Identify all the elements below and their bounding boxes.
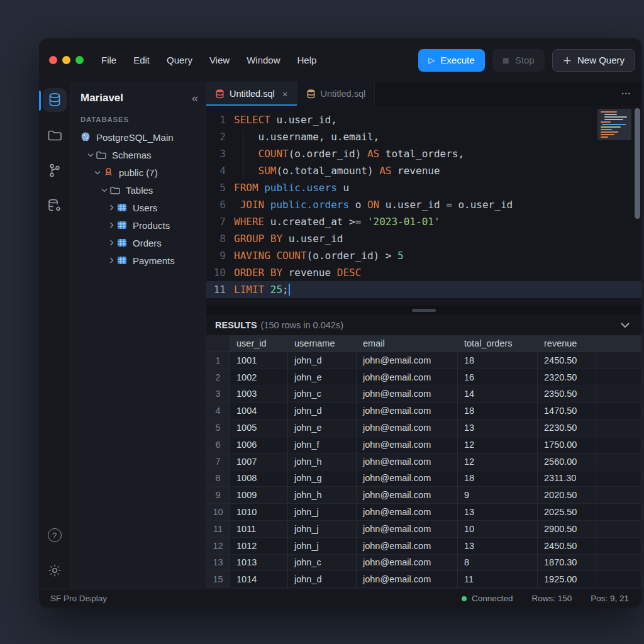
table-cell[interactable]: john_e — [288, 419, 357, 436]
table-cell[interactable]: 11 — [458, 571, 538, 588]
rail-item-files[interactable] — [43, 123, 67, 147]
table-cell[interactable]: 13 — [458, 419, 538, 436]
menu-view[interactable]: View — [209, 55, 230, 65]
table-cell[interactable]: john_d — [288, 571, 357, 588]
table-cell[interactable]: 1925.00 — [538, 571, 596, 588]
chevron-right-icon[interactable] — [107, 257, 116, 264]
close-window-button[interactable] — [49, 56, 57, 64]
table-row[interactable]: 81008john_gjohn@email.com182311.30 — [206, 470, 641, 487]
menu-window[interactable]: Window — [247, 55, 280, 65]
execute-button[interactable]: ▷ Execute — [418, 49, 484, 72]
chevron-down-icon[interactable] — [93, 170, 102, 175]
stop-button[interactable]: ■ Stop — [492, 49, 545, 72]
table-cell[interactable]: 1013 — [230, 555, 288, 572]
table-cell[interactable]: 18 — [458, 352, 538, 369]
table-cell[interactable]: john_e — [288, 369, 357, 386]
table-cell[interactable]: 14 — [458, 386, 538, 403]
code-line-1[interactable]: 1SELECT u.user_id, — [206, 111, 641, 128]
table-cell[interactable]: 1470.50 — [538, 402, 596, 419]
table-cell[interactable]: john@email.com — [357, 504, 458, 521]
table-cell[interactable]: 1001 — [230, 352, 288, 369]
table-cell[interactable]: john_d — [288, 352, 357, 369]
code-line-8[interactable]: 8GROUP BY u.user_id — [206, 230, 641, 247]
table-cell[interactable]: 1011 — [230, 521, 288, 538]
menu-help[interactable]: Help — [297, 55, 317, 65]
table-row[interactable]: 31003john_cjohn@email.com142350.50 — [206, 386, 641, 403]
code-line-2[interactable]: 2 u.username, u.email, — [206, 128, 641, 145]
table-cell[interactable]: 1004 — [230, 402, 288, 419]
table-cell[interactable]: john@email.com — [357, 386, 458, 403]
splitter-handle[interactable] — [412, 309, 436, 312]
collapse-results-icon[interactable] — [620, 322, 630, 328]
table-cell[interactable]: 12 — [458, 436, 538, 453]
table-cell[interactable]: 1012 — [230, 538, 288, 555]
table-cell[interactable]: 1002 — [230, 369, 288, 386]
table-cell[interactable]: 9 — [458, 487, 538, 504]
tree-item-users[interactable]: Users — [70, 199, 206, 216]
table-cell[interactable]: 1009 — [230, 487, 288, 504]
table-cell[interactable]: john_d — [288, 402, 357, 419]
table-cell[interactable]: 2320.50 — [538, 369, 596, 386]
table-cell[interactable]: john@email.com — [357, 402, 458, 419]
table-row[interactable]: 111011john_jjohn@email.com102900.50 — [206, 521, 641, 538]
tree-item-products[interactable]: Products — [70, 216, 206, 234]
tree-item-postgresql-main[interactable]: PostgreSQL_Main — [70, 128, 206, 146]
table-cell[interactable]: john@email.com — [357, 352, 458, 369]
code-line-10[interactable]: 10ORDER BY revenue DESC — [206, 264, 641, 281]
table-cell[interactable]: john@email.com — [357, 555, 458, 572]
table-cell[interactable]: 12 — [458, 453, 538, 470]
chevron-right-icon[interactable] — [107, 240, 116, 246]
tree-item-orders[interactable]: Orders — [70, 234, 206, 252]
table-cell[interactable]: john@email.com — [357, 521, 458, 538]
rail-item-branches[interactable] — [43, 158, 67, 182]
code-line-3[interactable]: 3 COUNT(o.order_id) AS total_orders, — [206, 145, 641, 162]
table-row[interactable]: 101010john_jjohn@email.com132025.50 — [206, 504, 641, 521]
table-cell[interactable]: 1014 — [230, 571, 288, 588]
column-header-total_orders[interactable]: total_orders — [458, 335, 538, 352]
table-cell[interactable]: 2350.50 — [538, 386, 596, 403]
table-cell[interactable]: john@email.com — [357, 470, 458, 487]
table-row[interactable]: 21002john_ejohn@email.com162320.50 — [206, 369, 641, 386]
table-cell[interactable]: john@email.com — [357, 571, 458, 588]
rail-item-db-settings[interactable] — [43, 194, 67, 218]
table-cell[interactable]: john@email.com — [357, 369, 458, 386]
table-cell[interactable]: 2311.30 — [538, 470, 596, 487]
chevron-right-icon[interactable] — [107, 222, 116, 228]
table-cell[interactable]: john@email.com — [357, 453, 458, 470]
table-row[interactable]: 151014john_djohn@email.com111925.00 — [206, 571, 641, 588]
table-cell[interactable]: 2020.50 — [538, 487, 596, 504]
table-cell[interactable]: john_h — [288, 453, 357, 470]
menu-edit[interactable]: Edit — [133, 55, 150, 65]
table-cell[interactable]: 2900.50 — [538, 521, 596, 538]
tree-item-payments[interactable]: Payments — [70, 252, 206, 269]
table-cell[interactable]: 1006 — [230, 436, 288, 453]
editor-scrollbar-thumb[interactable] — [635, 108, 640, 219]
chevron-right-icon[interactable] — [107, 204, 116, 211]
table-row[interactable]: 71007john_hjohn@email.com122560.00 — [206, 453, 641, 470]
table-cell[interactable]: 1010 — [230, 504, 288, 521]
tree-item-tables[interactable]: Tables — [70, 181, 206, 199]
column-header-user_id[interactable]: user_id — [230, 335, 288, 352]
table-cell[interactable]: 2450.50 — [538, 538, 596, 555]
table-cell[interactable]: john_f — [288, 436, 357, 453]
table-row[interactable]: 61006john_fjohn@email.com121750.00 — [206, 436, 641, 453]
table-cell[interactable]: john@email.com — [357, 487, 458, 504]
table-cell[interactable]: 18 — [458, 470, 538, 487]
tab-2[interactable]: Untitled.sql — [297, 82, 375, 106]
table-cell[interactable]: john_j — [288, 521, 357, 538]
tree-item-public-7-[interactable]: public (7) — [70, 164, 206, 181]
table-cell[interactable]: 16 — [458, 369, 538, 386]
table-row[interactable]: 121012john_jjohn@email.com132450.50 — [206, 538, 641, 555]
close-tab-icon[interactable]: × — [282, 89, 288, 99]
column-header-email[interactable]: email — [357, 335, 458, 352]
zoom-window-button[interactable] — [75, 56, 84, 64]
table-cell[interactable]: 1005 — [230, 419, 288, 436]
chevron-down-icon[interactable] — [86, 153, 95, 157]
table-cell[interactable]: 1750.00 — [538, 436, 596, 453]
panel-splitter[interactable] — [206, 306, 641, 314]
table-cell[interactable]: john@email.com — [357, 419, 458, 436]
minimize-window-button[interactable] — [62, 56, 70, 64]
table-cell[interactable]: john_c — [288, 386, 357, 403]
sql-editor[interactable]: 1SELECT u.user_id,2 u.username, u.email,… — [206, 106, 641, 306]
table-cell[interactable]: 2025.50 — [538, 504, 596, 521]
